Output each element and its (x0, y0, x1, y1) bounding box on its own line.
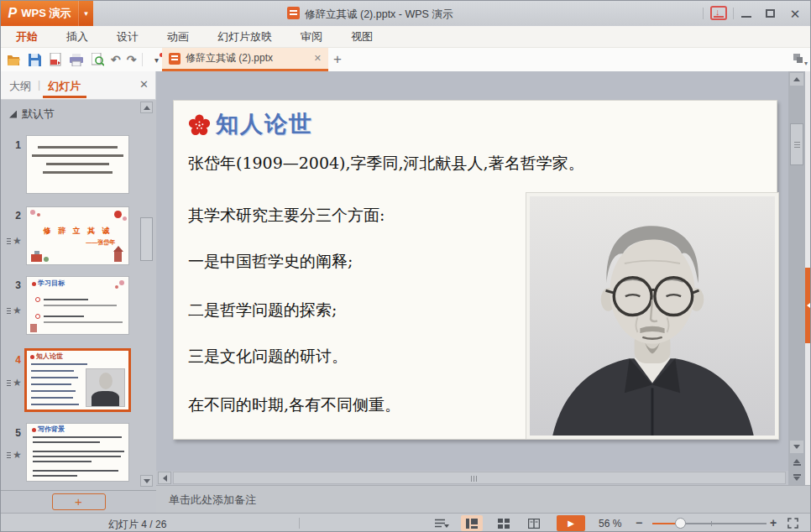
vertical-scrollbar-thumb[interactable] (790, 123, 803, 165)
tab-design[interactable]: 设计 (117, 29, 139, 44)
close-icon: ✕ (790, 8, 801, 20)
tab-review[interactable]: 审阅 (301, 29, 322, 44)
toolbar-separator (142, 53, 143, 66)
animation-star-icon[interactable]: ★ (13, 378, 22, 388)
tab-outline-pane[interactable]: 大纲 (9, 79, 31, 94)
caret-down-icon: ▾ (154, 55, 159, 65)
document-tab[interactable]: 修辞立其诚 (2).pptx ✕ (162, 48, 328, 71)
section-label: 默认节 (22, 107, 55, 122)
slide-counter: 幻灯片 4 / 26 (108, 518, 166, 532)
plum-blossom-icon (188, 114, 211, 137)
expand-task-pane-handle[interactable] (805, 268, 811, 343)
previous-slide-button[interactable] (790, 456, 803, 469)
scroll-left-button[interactable] (158, 472, 171, 484)
titlebar-separator (703, 8, 704, 19)
zoom-in-button[interactable]: + (770, 516, 777, 529)
zoom-slider[interactable] (652, 523, 767, 524)
titlebar: P WPS 演示 ▾ 修辞立其诚 (2).pptx - WPS 演示 ↓ ✕ (1, 1, 810, 26)
slide-thumbnail-3[interactable]: 学习目标 (26, 276, 129, 335)
animation-star-icon[interactable]: ★ (13, 236, 22, 246)
window-title: 修辞立其诚 (2).pptx - WPS 演示 (305, 8, 453, 22)
print-icon[interactable] (69, 52, 84, 67)
slide-number: 3 (4, 279, 21, 291)
thumb4-photo (86, 368, 125, 407)
section-collapse-icon (9, 111, 17, 118)
horizontal-scrollbar-thumb[interactable] (173, 472, 786, 484)
scroll-up-button[interactable] (790, 73, 803, 86)
play-slideshow-button[interactable]: ▶ (557, 515, 585, 531)
thumb4-title: 知人论世 (36, 353, 63, 360)
slide-thumbnail-4-selected[interactable]: 知人论世 (24, 348, 131, 412)
slide-number-current: 4 (4, 354, 21, 366)
slide-thumbnail-1[interactable] (26, 135, 129, 194)
notes-placeholder: 单击此处添加备注 (169, 493, 256, 508)
download-manager-icon[interactable]: ↓ (710, 6, 727, 20)
slide-text-line[interactable]: 一是中国哲学史的阐释; (188, 251, 353, 273)
print-preview-icon[interactable] (90, 52, 105, 67)
wps-logo-icon: P (8, 6, 18, 21)
horizontal-scrollbar (156, 471, 788, 485)
slide-sorter-view-button[interactable] (493, 515, 515, 531)
slide-title[interactable]: 知人论世 (216, 109, 313, 139)
caret-down-icon: ▾ (84, 9, 88, 18)
tab-slideshow[interactable]: 幻灯片放映 (217, 29, 272, 44)
zoom-out-button[interactable]: − (636, 516, 642, 529)
wps-menu-button[interactable]: P WPS 演示 (1, 1, 78, 26)
document-tab-close-icon[interactable]: ✕ (314, 53, 322, 64)
tab-animation[interactable]: 动画 (167, 29, 189, 44)
export-pdf-icon[interactable] (48, 52, 63, 67)
zoom-slider-handle[interactable] (675, 518, 686, 529)
animation-star-icon[interactable]: ★ (13, 450, 22, 460)
normal-view-button[interactable] (461, 515, 483, 531)
close-button[interactable]: ✕ (783, 1, 807, 26)
save-icon[interactable] (27, 52, 42, 67)
sidebar-scroll-up[interactable] (140, 102, 153, 113)
slide-text-line[interactable]: 其学术研究主要分三个方面: (188, 205, 385, 227)
slide-canvas: 知人论世 张岱年(1909—2004),字季同,河北献县人,著名哲学家。 其学术… (156, 71, 788, 471)
wps-menu-caret[interactable]: ▾ (78, 1, 93, 26)
thumb2-title: 修 辞 立 其 诚 (27, 226, 128, 237)
slide-text-line[interactable]: 二是哲学问题的探索; (188, 300, 337, 321)
wps-logo-label: WPS 演示 (21, 6, 71, 21)
open-file-icon[interactable] (6, 52, 21, 67)
sidebar-close-icon[interactable]: ✕ (139, 78, 149, 91)
document-tab-label: 修辞立其诚 (2).pptx (186, 51, 309, 65)
slide-thumbnail-2[interactable]: 修 辞 立 其 诚 ——张岱年 (26, 206, 129, 265)
task-pane-edge (805, 71, 811, 486)
slide-text-line[interactable]: 三是文化问题的研讨。 (188, 346, 348, 368)
ppt-file-icon (169, 53, 181, 65)
new-tab-button[interactable]: + (333, 51, 342, 68)
animation-star-icon[interactable]: ★ (13, 305, 22, 316)
section-header[interactable]: 默认节 (9, 107, 55, 122)
maximize-button[interactable] (758, 1, 782, 26)
tab-view[interactable]: 视图 (351, 29, 373, 44)
document-icon (287, 7, 300, 19)
minimize-button[interactable] (735, 1, 758, 26)
sidebar-footer: + (1, 490, 156, 513)
tab-slides-pane[interactable]: 幻灯片 (48, 79, 81, 94)
fit-slide-button[interactable] (783, 515, 802, 531)
redo-icon[interactable]: ↷ (127, 53, 137, 66)
sidebar-header: 大纲 | 幻灯片 ✕ (1, 71, 156, 100)
slide-text-line[interactable]: 在不同的时期,各有不同侧重。 (188, 394, 400, 416)
slide-text-line[interactable]: 张岱年(1909—2004),字季同,河北献县人,著名哲学家。 (188, 153, 584, 175)
slide-number: 2 (4, 210, 21, 222)
tab-home[interactable]: 开始 (16, 29, 38, 44)
current-slide[interactable]: 知人论世 张岱年(1909—2004),字季同,河北献县人,著名哲学家。 其学术… (173, 100, 777, 440)
portrait-photo[interactable] (526, 193, 778, 439)
notes-pane[interactable]: 单击此处添加备注 (156, 485, 811, 513)
slide-number: 1 (4, 139, 21, 151)
add-slide-button[interactable]: + (52, 493, 106, 510)
scroll-down-button[interactable] (790, 441, 803, 453)
tab-list-icon[interactable]: ▾ (793, 54, 806, 65)
undo-icon[interactable]: ↶ (111, 53, 121, 66)
slide-thumbnail-5[interactable]: 写作背景 (26, 423, 129, 482)
tab-insert[interactable]: 插入 (66, 29, 88, 44)
sidebar-scroll-down[interactable] (140, 475, 153, 487)
thumb3-title: 学习目标 (38, 280, 65, 287)
reading-view-button[interactable] (523, 515, 545, 531)
notes-toggle-icon[interactable] (432, 515, 453, 531)
status-bar: 幻灯片 4 / 26 ▶ 56 % − + (1, 513, 811, 532)
next-slide-button[interactable] (790, 471, 803, 484)
sidebar-scrollbar-thumb[interactable] (140, 217, 153, 261)
